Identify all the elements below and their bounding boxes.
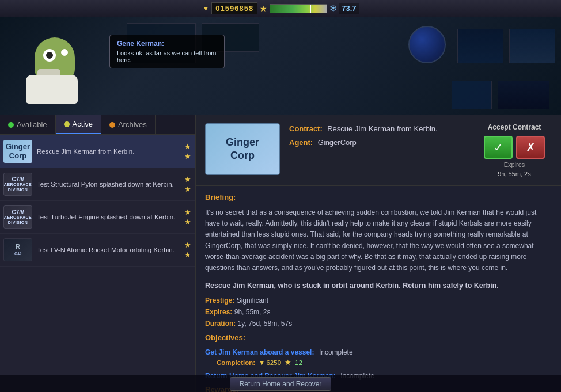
tab-archives-label: Archives [118,120,147,129]
contract-detail-label: Contract: [289,124,323,133]
contract-logo-c7a: C7/// AEROSPACE DIVISION [3,173,32,196]
currency-icon: ▼ [202,5,209,13]
speech-bubble: Gene Kerman: Looks ok, as far as we can … [109,35,225,68]
temperature-icon: ❄ [329,3,337,14]
duration-label: Duration: [205,319,236,328]
tab-available[interactable]: Available [0,115,56,134]
obj1-status: Incomplete [319,348,353,356]
tab-active-dot [64,121,70,127]
contract-title-2: Test Structural Pylon splashed down at K… [37,180,184,189]
main-area: Available Active Archives Ginger Corp Re… [0,115,561,392]
left-panel: Available Active Archives Ginger Corp Re… [0,115,196,392]
contract-title-1: Rescue Jim Kerman from Kerbin. [37,147,184,156]
obj1-rewards: Completion: ▼ 6250 ★ 12 [217,358,552,367]
duration-line: Duration: 1y, 75d, 58m, 57s [205,319,552,328]
rescue-text: Rescue Jim Kerman, who is stuck in orbit… [205,281,552,290]
expires-value: 9h, 55m, 2s [498,170,530,177]
contract-title-3: Test TurboJet Engine splashed down at Ke… [37,212,184,222]
expires-detail-value: 9h, 55m, 2s [234,308,271,316]
reputation-star-icon: ★ [260,4,267,13]
expires-detail-line: Expires: 9h, 55m, 2s [205,308,552,316]
contract-item[interactable]: C7/// AEROSPACE DIVISION Test Structural… [0,168,195,201]
tab-available-dot [8,122,14,128]
temperature-value: 73.7 [339,3,358,14]
tabs-container: Available Active Archives [0,115,195,135]
contract-logo-rnd: R &D [3,238,32,261]
prestige-line: Prestige: Significant [205,296,552,305]
agent-value: GingerCorp [318,138,357,147]
tab-active-label: Active [73,120,93,128]
contract-detail-logo: Ginger Corp [205,123,280,175]
reputation-bar [270,4,327,13]
header-area: Gene Kerman: Looks ok, as far as we can … [0,17,561,115]
prestige-label: Prestige: [205,296,234,305]
reward-currency: ▼ 6250 [259,359,281,366]
character-name: Gene Kerman: [117,40,217,48]
contract-detail-value: Rescue Jim Kerman from Kerbin. [327,124,437,133]
reward-rep-value: 12 [295,359,302,366]
tab-active[interactable]: Active [56,115,101,134]
contract-title-line: Contract: Rescue Jim Kerman from Kerbin. [289,123,468,134]
currency-amount: 6250 [266,359,281,366]
accept-area: Accept Contract ✓ ✗ Expires 9h, 55m, 2s [477,123,552,177]
reward-star-icon: ★ [285,358,291,367]
bottom-bar: Return Home and Recover [0,375,561,392]
kerbal-character [6,23,101,115]
objective-1: Get Jim Kerman aboard a vessel: Incomple… [205,347,552,367]
return-home-button[interactable]: Return Home and Recover [230,377,332,391]
contract-stars-3: ★ ★ [184,208,191,226]
right-panel: Ginger Corp Contract: Rescue Jim Kerman … [196,115,561,392]
ginger-corp-logo: Ginger Corp [226,136,259,163]
agent-label: Agent: [289,138,313,147]
speech-text: Looks ok, as far as we can tell from her… [117,50,217,63]
expires-label: Expires [504,161,525,168]
contract-list: Ginger Corp Rescue Jim Kerman from Kerbi… [0,135,195,392]
contract-stars-2: ★ ★ [184,175,191,193]
contract-item[interactable]: R &D Test LV-N Atomic Rocket Motor orbit… [0,234,195,267]
obj1-label: Get Jim Kerman aboard a vessel: [205,348,314,356]
tab-available-label: Available [17,120,47,129]
contract-stars-4: ★ ★ [184,241,191,259]
contract-header-info: Contract: Rescue Jim Kerman from Kerbin.… [289,123,468,151]
agent-line: Agent: GingerCorp [289,137,468,147]
currency-icon-reward: ▼ [259,359,265,366]
contract-detail-body: Briefing: It's no secret that as a conse… [196,186,561,392]
contract-detail-header: Ginger Corp Contract: Rescue Jim Kerman … [196,115,561,186]
briefing-title: Briefing: [205,193,552,201]
expires-detail-label: Expires: [205,308,232,316]
contract-logo-ginger: Ginger Corp [3,140,32,163]
top-bar: ▼ 01596858 ★ ❄ 73.7 [0,0,561,17]
accept-contract-label: Accept Contract [488,123,541,131]
duration-value: 1y, 75d, 58m, 57s [238,319,293,328]
briefing-text: It's no secret that as a consequence of … [205,207,552,273]
tab-archives[interactable]: Archives [101,115,156,134]
contract-stars-1: ★ ★ [184,142,191,161]
currency-value: 01596858 [211,2,257,14]
prestige-value: Significant [237,296,268,305]
completion-label: Completion: [217,359,255,366]
accept-button[interactable]: ✓ [484,136,513,159]
decline-button[interactable]: ✗ [516,136,545,159]
accept-buttons: ✓ ✗ [484,136,545,159]
contract-item[interactable]: Ginger Corp Rescue Jim Kerman from Kerbi… [0,135,195,168]
contract-title-4: Test LV-N Atomic Rocket Motor orbiting K… [37,245,184,254]
contract-logo-c7b: C7/// AEROSPACE DIVISION [3,205,32,229]
tab-archives-dot [109,122,115,128]
contract-item[interactable]: C7/// AEROSPACE DIVISION Test TurboJet E… [0,201,195,234]
objectives-title: Objectives: [205,333,552,342]
